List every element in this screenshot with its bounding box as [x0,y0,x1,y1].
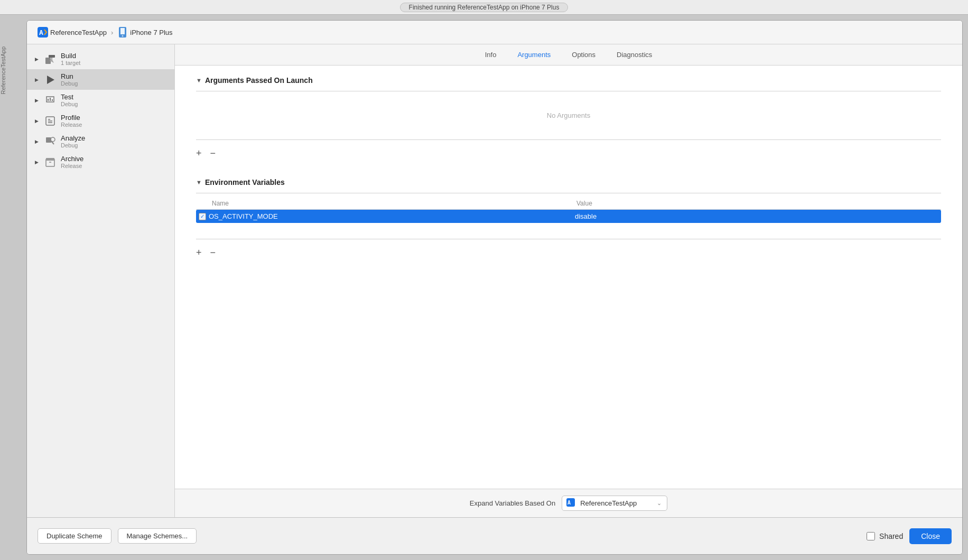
sidebar-item-profile[interactable]: ▶ Profile Release [27,110,174,131]
test-sub: Debug [61,101,78,107]
app-label: ReferenceTestApp [0,46,6,95]
duplicate-scheme-button[interactable]: Duplicate Scheme [38,528,111,544]
test-info: Test Debug [61,93,78,107]
left-edge: ReferenceTestApp [0,15,26,560]
close-button[interactable]: Close [909,528,952,544]
expand-arrow-profile: ▶ [33,118,40,124]
env-bottom-divider [196,239,941,239]
tab-arguments[interactable]: Arguments [517,50,551,60]
expand-arrow-build: ▶ [33,56,40,62]
content-area: Info Arguments Options Diagnostics ▼ Arg… [175,44,962,517]
environment-section-header: ▼ Environment Variables [196,178,941,186]
environment-add-button[interactable]: + [196,248,202,257]
shared-area: Shared [867,532,903,540]
expand-dropdown-text: ReferenceTestApp [580,499,654,507]
environment-remove-button[interactable]: − [210,248,216,257]
tab-info[interactable]: Info [485,50,497,60]
content-scroll: ▼ Arguments Passed On Launch No Argument… [175,66,962,489]
environment-section: ▼ Environment Variables Name Value [196,178,941,262]
env-value-0: disable [575,212,941,220]
build-sub: 1 target [61,60,80,66]
run-sub: Debug [61,80,78,87]
run-name: Run [61,72,78,80]
env-col-value-header: Value [576,200,941,207]
checkbox-checked-icon: ✓ [199,213,206,220]
arguments-section-header: ▼ Arguments Passed On Launch [196,76,941,85]
env-col-name-header: Name [196,200,576,207]
tab-options[interactable]: Options [572,50,595,60]
archive-sub: Release [61,163,83,169]
device-name: iPhone 7 Plus [130,29,172,36]
arguments-bottom-divider [196,139,941,140]
tab-bar: Info Arguments Options Diagnostics [175,44,962,66]
run-icon [44,73,57,86]
profile-sub: Release [61,122,82,128]
expand-arrow-archive: ▶ [33,159,40,165]
expand-arrow-analyze: ▶ [33,138,40,145]
svg-rect-3 [120,28,125,34]
expand-arrow-run: ▶ [33,77,40,83]
build-icon [44,53,57,66]
shared-checkbox[interactable] [867,532,875,540]
arguments-section-title: Arguments Passed On Launch [205,76,313,85]
analyze-icon [44,135,57,148]
sidebar-item-archive[interactable]: ▶ Archive Release [27,152,174,172]
env-row-0[interactable]: ✓ OS_ACTIVITY_MODE disable [196,210,941,223]
analyze-sub: Debug [61,142,85,148]
xcode-logo-icon: A [38,27,48,38]
env-checkbox-0[interactable]: ✓ [196,213,209,220]
svg-point-4 [122,35,124,37]
app-name: ReferenceTestApp [50,29,107,36]
arguments-add-remove: + − [196,144,941,162]
test-icon [44,94,57,107]
profile-name: Profile [61,114,82,122]
no-arguments-text: No Arguments [196,96,941,135]
device-icon [117,27,128,38]
manage-schemes-button[interactable]: Manage Schemes... [118,528,197,544]
svg-point-17 [51,137,55,142]
sidebar-item-build[interactable]: ▶ Build 1 target [27,49,174,69]
expand-dropdown-chevron: ⌄ [657,500,662,507]
svg-text:A: A [39,29,43,36]
status-bar: Finished running ReferenceTestApp on iPh… [0,0,968,15]
breadcrumb: A ReferenceTestApp › iPhone 7 Plus [27,21,962,44]
svg-text:A: A [567,500,571,506]
env-table-header: Name Value [196,198,941,210]
xcode-small-icon: A [566,498,575,508]
test-name: Test [61,93,78,101]
profile-icon [44,115,57,127]
sidebar-item-analyze[interactable]: ▶ Analyze Debug [27,131,174,152]
scheme-dialog: A ReferenceTestApp › iPhone 7 Plus [26,20,963,555]
archive-icon [44,156,57,169]
environment-add-remove: + − [196,244,941,262]
arguments-add-button[interactable]: + [196,148,202,158]
arguments-remove-button[interactable]: − [210,148,216,158]
shared-label: Shared [879,532,903,540]
status-text: Finished running ReferenceTestApp on iPh… [400,3,569,12]
environment-toggle[interactable]: ▼ [196,179,202,185]
expand-variables-bar: Expand Variables Based On A ReferenceTes… [175,489,962,517]
arguments-top-divider [196,91,941,91]
env-name-0: OS_ACTIVITY_MODE [209,212,575,220]
profile-info: Profile Release [61,114,82,128]
sidebar-item-run[interactable]: ▶ Run Debug [27,69,174,90]
svg-marker-8 [47,76,54,84]
svg-rect-6 [49,55,55,58]
analyze-name: Analyze [61,134,85,142]
dialog-footer: Duplicate Scheme Manage Schemes... Share… [27,517,962,554]
environment-section-title: Environment Variables [205,178,285,186]
run-info: Run Debug [61,72,78,87]
expand-variables-label: Expand Variables Based On [470,499,555,507]
env-top-divider [196,193,941,193]
archive-info: Archive Release [61,155,83,169]
sidebar: ▶ Build 1 target [27,44,175,517]
expand-variables-dropdown[interactable]: A ReferenceTestApp ⌄ [562,496,667,511]
arguments-toggle[interactable]: ▼ [196,77,202,83]
tab-diagnostics[interactable]: Diagnostics [617,50,652,60]
svg-rect-20 [46,158,54,161]
analyze-info: Analyze Debug [61,134,85,148]
build-name: Build [61,52,80,60]
expand-arrow-test: ▶ [33,97,40,104]
build-info: Build 1 target [61,52,80,66]
sidebar-item-test[interactable]: ▶ Test Debug [27,90,174,110]
